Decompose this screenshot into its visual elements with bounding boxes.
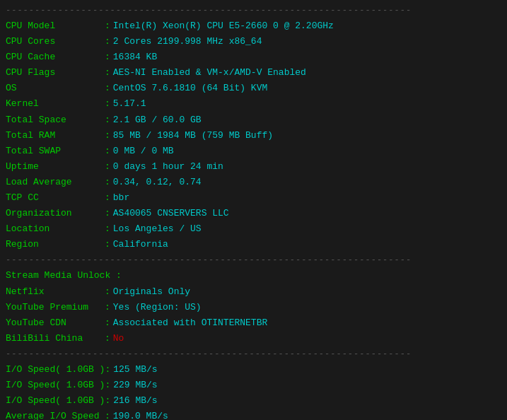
bilibili-value: No	[113, 331, 124, 346]
kernel-row: Kernel : 5.17.1	[6, 96, 501, 112]
divider-2: ----------------------------------------…	[6, 255, 501, 265]
youtube-premium-row: YouTube Premium : Yes (Region: US)	[6, 300, 501, 315]
tcp-cc-label: TCP CC	[6, 190, 105, 206]
youtube-cdn-value: Associated with OTINTERNETBR	[113, 315, 267, 331]
cpu-model-value: Intel(R) Xeon(R) CPU E5-2660 0 @ 2.20GHz	[113, 18, 334, 34]
io2-row: I/O Speed( 1.0GB ) : 229 MB/s	[6, 378, 501, 393]
cpu-model-label: CPU Model	[6, 18, 105, 34]
org-label: Organization	[6, 206, 105, 221]
youtube-cdn-row: YouTube CDN : Associated with OTINTERNET…	[6, 315, 501, 331]
org-value: AS40065 CNSERVERS LLC	[113, 206, 229, 221]
os-label: OS	[6, 81, 105, 96]
io1-row: I/O Speed( 1.0GB ) : 125 MB/s	[6, 362, 501, 378]
cpu-cores-row: CPU Cores : 2 Cores 2199.998 MHz x86_64	[6, 34, 501, 49]
divider-3: ----------------------------------------…	[6, 349, 501, 359]
total-ram-label: Total RAM	[6, 128, 105, 144]
kernel-label: Kernel	[6, 96, 105, 112]
io1-value: 125 MB/s	[113, 362, 157, 378]
total-space-row: Total Space : 2.1 GB / 60.0 GB	[6, 112, 501, 128]
netflix-row: Netflix : Originals Only	[6, 284, 501, 300]
divider-top: ----------------------------------------…	[6, 6, 501, 16]
location-row: Location : Los Angeles / US	[6, 221, 501, 237]
location-label: Location	[6, 221, 105, 237]
uptime-row: Uptime : 0 days 1 hour 24 min	[6, 159, 501, 175]
region-label: Region	[6, 237, 105, 252]
stream-media-section: Stream Media Unlock : Netflix : Original…	[6, 268, 501, 346]
cpu-flags-row: CPU Flags : AES-NI Enabled & VM-x/AMD-V …	[6, 65, 501, 81]
io-speed-section: I/O Speed( 1.0GB ) : 125 MB/s I/O Speed(…	[6, 362, 501, 420]
avg-io-label: Average I/O Speed	[6, 409, 105, 420]
tcp-cc-value: bbr	[113, 190, 129, 206]
avg-io-value: 190.0 MB/s	[113, 409, 168, 420]
youtube-premium-value: Yes (Region: US)	[113, 300, 202, 315]
uptime-label: Uptime	[6, 159, 105, 175]
io3-value: 216 MB/s	[113, 393, 157, 409]
main-container: ----------------------------------------…	[6, 6, 501, 420]
netflix-value: Originals Only	[113, 284, 190, 300]
uptime-value: 0 days 1 hour 24 min	[113, 159, 223, 175]
io2-value: 229 MB/s	[113, 378, 157, 393]
stream-title: Stream Media Unlock :	[6, 268, 122, 284]
total-swap-row: Total SWAP : 0 MB / 0 MB	[6, 144, 501, 159]
total-ram-row: Total RAM : 85 MB / 1984 MB (759 MB Buff…	[6, 128, 501, 144]
total-swap-value: 0 MB / 0 MB	[113, 144, 174, 159]
load-avg-label: Load Average	[6, 175, 105, 190]
load-avg-row: Load Average : 0.34, 0.12, 0.74	[6, 175, 501, 190]
stream-title-row: Stream Media Unlock :	[6, 268, 501, 284]
total-space-label: Total Space	[6, 112, 105, 128]
io2-label: I/O Speed( 1.0GB )	[6, 378, 105, 393]
os-row: OS : CentOS 7.6.1810 (64 Bit) KVM	[6, 81, 501, 96]
bilibili-label: BiliBili China	[6, 331, 105, 346]
io1-label: I/O Speed( 1.0GB )	[6, 362, 105, 378]
cpu-flags-value: AES-NI Enabled & VM-x/AMD-V Enabled	[113, 65, 306, 81]
bilibili-row: BiliBili China : No	[6, 331, 501, 346]
total-ram-value: 85 MB / 1984 MB (759 MB Buff)	[113, 128, 273, 144]
cpu-cores-value: 2 Cores 2199.998 MHz x86_64	[113, 34, 262, 49]
region-row: Region : California www.ittellyou.com	[6, 237, 501, 252]
cpu-flags-label: CPU Flags	[6, 65, 105, 81]
cpu-cores-label: CPU Cores	[6, 34, 105, 49]
os-value: CentOS 7.6.1810 (64 Bit) KVM	[113, 81, 267, 96]
kernel-value: 5.17.1	[113, 96, 146, 112]
location-value: Los Angeles / US	[113, 221, 202, 237]
netflix-label: Netflix	[6, 284, 105, 300]
load-avg-value: 0.34, 0.12, 0.74	[113, 175, 202, 190]
io3-label: I/O Speed( 1.0GB )	[6, 393, 105, 409]
cpu-model-row: CPU Model : Intel(R) Xeon(R) CPU E5-2660…	[6, 18, 501, 34]
youtube-cdn-label: YouTube CDN	[6, 315, 105, 331]
io3-row: I/O Speed( 1.0GB ) : 216 MB/s	[6, 393, 501, 409]
region-value: California	[113, 237, 168, 252]
cpu-cache-row: CPU Cache : 16384 KB	[6, 49, 501, 65]
total-swap-label: Total SWAP	[6, 144, 105, 159]
cpu-cache-label: CPU Cache	[6, 49, 105, 65]
total-space-value: 2.1 GB / 60.0 GB	[113, 112, 202, 128]
youtube-premium-label: YouTube Premium	[6, 300, 105, 315]
avg-io-row: Average I/O Speed : 190.0 MB/s	[6, 409, 501, 420]
cpu-cache-value: 16384 KB	[113, 49, 157, 65]
tcp-cc-row: TCP CC : bbr	[6, 190, 501, 206]
org-row: Organization : AS40065 CNSERVERS LLC	[6, 206, 501, 221]
system-info-section: CPU Model : Intel(R) Xeon(R) CPU E5-2660…	[6, 18, 501, 252]
